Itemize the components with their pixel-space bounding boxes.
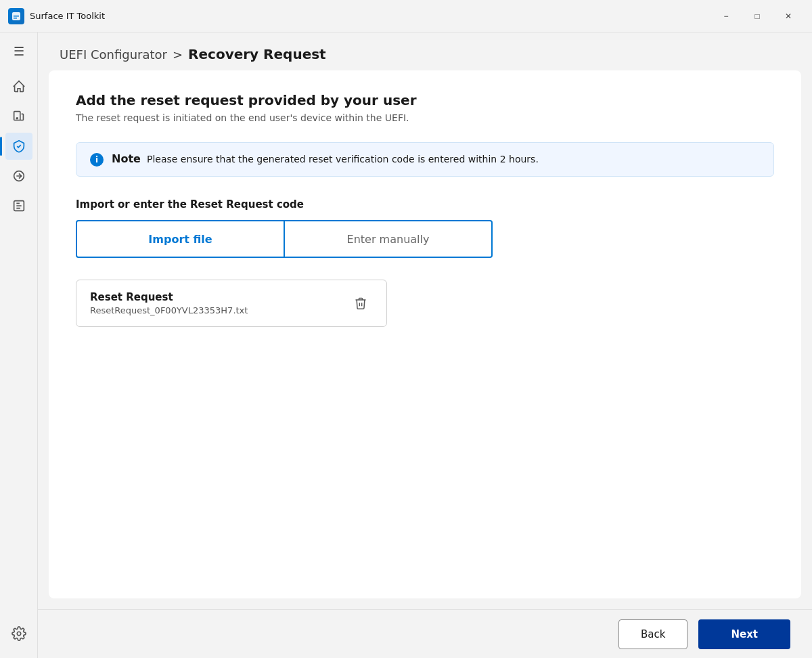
- home-icon: [12, 79, 26, 94]
- hamburger-menu-button[interactable]: ☰: [5, 38, 32, 65]
- next-button[interactable]: Next: [698, 619, 790, 649]
- gear-icon: [12, 626, 26, 641]
- info-icon: i: [90, 153, 104, 167]
- breadcrumb-parent: UEFI Configurator: [60, 47, 167, 62]
- breadcrumb: UEFI Configurator > Recovery Request: [38, 32, 812, 70]
- file-item: Reset Request ResetRequest_0F00YVL23353H…: [76, 280, 387, 327]
- file-item-info: Reset Request ResetRequest_0F00YVL23353H…: [90, 291, 248, 315]
- svg-rect-1: [14, 16, 19, 17]
- import-file-button[interactable]: Import file: [76, 220, 285, 258]
- app-icon: [8, 8, 24, 24]
- sidebar-item-devices[interactable]: [5, 103, 32, 130]
- note-text: Please ensure that the generated reset v…: [147, 154, 539, 164]
- note-label: Note: [112, 152, 141, 165]
- maximize-button[interactable]: □: [742, 5, 773, 27]
- window-controls: − □ ✕: [710, 5, 804, 27]
- deploy-icon: [12, 169, 26, 183]
- back-button[interactable]: Back: [618, 619, 687, 649]
- file-item-path: ResetRequest_0F00YVL23353H7.txt: [90, 305, 248, 315]
- delete-file-button[interactable]: [348, 291, 373, 315]
- import-label: Import or enter the Reset Request code: [76, 198, 774, 211]
- enter-manually-button[interactable]: Enter manually: [285, 220, 493, 258]
- close-button[interactable]: ✕: [773, 5, 804, 27]
- file-item-name: Reset Request: [90, 291, 248, 303]
- trash-icon: [354, 297, 367, 310]
- reports-icon: [12, 198, 26, 213]
- devices-icon: [12, 109, 26, 124]
- main-content: UEFI Configurator > Recovery Request Add…: [38, 32, 812, 658]
- sidebar-item-deploy[interactable]: [5, 162, 32, 190]
- svg-rect-2: [14, 18, 17, 19]
- app-title: Surface IT Toolkit: [30, 11, 710, 21]
- note-box: i Note Please ensure that the generated …: [76, 142, 774, 177]
- bottom-bar: Back Next: [38, 609, 812, 658]
- shield-icon: [12, 139, 26, 154]
- content-panel: Add the reset request provided by your u…: [49, 70, 801, 598]
- section-heading: Add the reset request provided by your u…: [76, 92, 774, 108]
- sidebar: ☰: [0, 32, 38, 658]
- note-content: Note Please ensure that the generated re…: [112, 152, 539, 165]
- sidebar-item-home[interactable]: [5, 73, 32, 100]
- hamburger-icon: ☰: [14, 44, 24, 59]
- sidebar-item-reports[interactable]: [5, 192, 32, 219]
- sidebar-item-uefi[interactable]: [5, 133, 32, 160]
- toggle-group: Import file Enter manually: [76, 220, 493, 258]
- minimize-button[interactable]: −: [710, 5, 742, 27]
- titlebar: Surface IT Toolkit − □ ✕: [0, 0, 812, 32]
- settings-button[interactable]: [5, 620, 32, 647]
- section-subheading: The reset request is initiated on the en…: [76, 112, 774, 123]
- breadcrumb-separator: >: [173, 47, 183, 62]
- svg-point-7: [17, 632, 21, 636]
- breadcrumb-current: Recovery Request: [188, 46, 326, 62]
- svg-point-4: [16, 118, 18, 119]
